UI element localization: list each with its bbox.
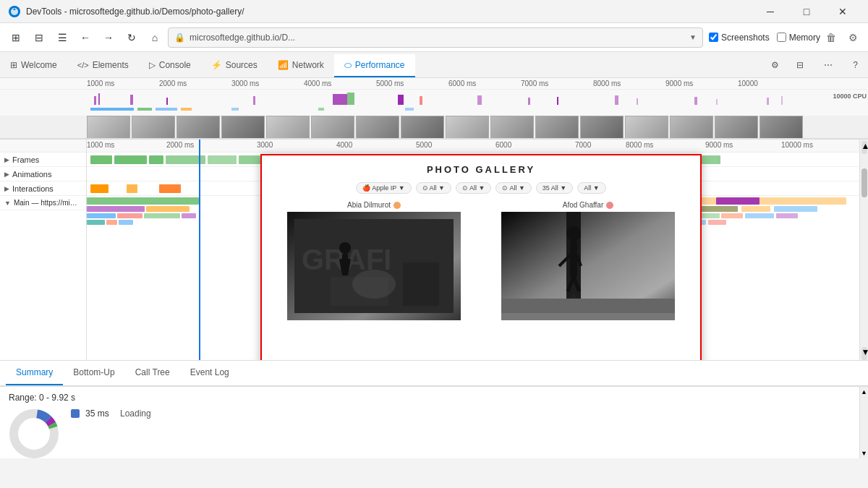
svg-rect-58 [745, 213, 774, 218]
svg-rect-2 [98, 93, 100, 105]
summary-scroll-down[interactable]: ▼ [859, 448, 868, 458]
photo-card-1: Abia Dilmurot [271, 201, 477, 320]
close-button[interactable]: ✕ [826, 0, 859, 23]
net-chart [87, 105, 854, 116]
selection-area: ▶ Frames ▶ Animations ▶ Interactions ▼ M… [0, 140, 868, 360]
animations-label[interactable]: ▶ Animations [0, 167, 86, 181]
tab-help-button[interactable]: ? [843, 54, 868, 77]
network-icon: 📶 [278, 60, 289, 70]
minimap-cpu-row: 10000 CPU [0, 90, 868, 105]
svg-rect-8 [398, 95, 404, 105]
devtools-settings-button[interactable]: ⚙ [843, 28, 862, 47]
tab-sources[interactable]: ⚡ Sources [201, 54, 268, 77]
author-dot-2 [606, 202, 613, 209]
svg-point-81 [566, 226, 581, 241]
title-bar-controls: ─ □ ✕ [754, 0, 859, 23]
tab-network[interactable]: 📶 Network [268, 54, 334, 77]
svg-rect-36 [127, 184, 137, 193]
interactions-label[interactable]: ▶ Interactions [0, 181, 86, 196]
svg-rect-53 [774, 206, 817, 212]
screenshot-thumb-6 [311, 116, 354, 138]
svg-rect-6 [333, 94, 347, 105]
back-button[interactable]: ← [75, 27, 95, 48]
filter-chip-3[interactable]: ⊙ All ▼ [456, 182, 491, 194]
svg-rect-35 [90, 184, 109, 193]
scrollbar-thumb[interactable] [861, 168, 867, 197]
photo-image-1: GRAFI [287, 212, 461, 320]
tab-welcome[interactable]: ⊞ Welcome [0, 54, 67, 77]
svg-rect-42 [117, 213, 142, 218]
photo-row: Abia Dilmurot [271, 201, 692, 320]
filter-chip-6[interactable]: All ▼ [577, 182, 605, 194]
svg-rect-24 [318, 108, 324, 111]
svg-rect-57 [721, 213, 743, 218]
photo-author-1: Abia Dilmurot [347, 201, 401, 209]
screenshot-thumb-8 [401, 116, 444, 138]
svg-rect-11 [528, 98, 530, 105]
browser-toolbar: ⊞ ⊟ ☰ ← → ↻ ⌂ 🔒 microsoftedge.github.io/… [0, 23, 868, 52]
filter-chip-1[interactable]: 🍎 Apple IP ▼ [356, 182, 411, 194]
maximize-button[interactable]: □ [790, 0, 823, 23]
home-button[interactable]: ⌂ [145, 27, 165, 48]
svg-rect-5 [253, 96, 255, 105]
memory-checkbox-label[interactable]: Memory [777, 33, 820, 43]
filter-chip-2[interactable]: ⊙ All ▼ [416, 182, 451, 194]
vertical-scrollbar[interactable]: ▲ ▼ [859, 140, 868, 360]
tab-settings-button[interactable]: ⚙ [765, 54, 785, 77]
tab-event-log[interactable]: Event Log [180, 361, 239, 385]
forward-button[interactable]: → [98, 27, 119, 48]
filter-chip-4[interactable]: ⊙ All ▼ [495, 182, 531, 194]
summary-content: 35 ms Loading [9, 408, 851, 458]
cpu-chart [87, 90, 854, 105]
svg-rect-9 [420, 96, 422, 105]
main-label[interactable]: ▼ Main — https://microsoftedge.githu [0, 196, 86, 210]
tab-bottom-up[interactable]: Bottom-Up [63, 361, 124, 385]
filter-chip-5[interactable]: 35 All ▼ [536, 182, 573, 194]
tab-call-tree[interactable]: Call Tree [125, 361, 180, 385]
svg-rect-41 [87, 213, 116, 218]
screenshots-checkbox[interactable] [709, 33, 718, 42]
svg-rect-20 [137, 108, 152, 111]
tab-elements[interactable]: </> Elements [67, 54, 139, 77]
clear-recording-button[interactable]: 🗑 [822, 28, 841, 47]
screenshot-thumb-16 [760, 116, 803, 138]
tab-console[interactable]: ▷ Console [139, 54, 201, 77]
summary-scroll-up[interactable]: ▲ [859, 387, 868, 397]
scrollbar-down-arrow[interactable]: ▼ [861, 347, 867, 360]
scrollbar-up-arrow[interactable]: ▲ [861, 141, 867, 154]
svg-rect-1 [94, 96, 96, 105]
summary-legend: 35 ms Loading [71, 408, 851, 421]
screenshot-thumb-1 [87, 116, 130, 138]
screenshot-thumb-14 [670, 116, 713, 138]
new-window-button[interactable]: ⊟ [29, 27, 49, 48]
photo-svg-1: GRAFI [287, 212, 461, 320]
screenshots-checkbox-label[interactable]: Screenshots [709, 33, 770, 43]
svg-rect-27 [114, 155, 147, 164]
frames-label[interactable]: ▶ Frames [0, 153, 86, 167]
screenshots-row [0, 116, 868, 139]
tab-summary[interactable]: Summary [6, 361, 63, 385]
summary-area: Range: 0 - 9.92 s 35 ms Loading ▲ ▼ [0, 386, 868, 458]
devtools-tab-bar: ⊞ Welcome </> Elements ▷ Console ⚡ Sourc… [0, 52, 868, 78]
svg-rect-31 [239, 155, 260, 164]
memory-checkbox[interactable] [777, 33, 786, 42]
minimap: 1000 ms 2000 ms 3000 ms 4000 ms 5000 ms … [0, 78, 868, 140]
screenshot-thumb-11 [535, 116, 579, 138]
sidebar-toggle-button[interactable]: ☰ [52, 27, 72, 48]
summary-scrollbar[interactable]: ▲ ▼ [859, 387, 868, 458]
tab-sidebar-button[interactable]: ⊟ [786, 54, 814, 77]
svg-rect-39 [87, 206, 145, 212]
minimize-button[interactable]: ─ [754, 0, 787, 23]
browser-icon [9, 6, 20, 17]
url-bar[interactable]: 🔒 microsoftedge.github.io/D... ▼ [168, 27, 703, 48]
loading-color [71, 409, 80, 418]
svg-rect-14 [637, 98, 638, 105]
legend-loading: 35 ms Loading [71, 408, 851, 419]
svg-rect-38 [87, 197, 199, 205]
tab-performance[interactable]: ⬭ Performance [334, 54, 415, 77]
svg-rect-44 [182, 213, 196, 218]
new-tab-button[interactable]: ⊞ [6, 27, 26, 48]
refresh-button[interactable]: ↻ [122, 27, 142, 48]
svg-rect-89 [501, 313, 675, 320]
tab-more-button[interactable]: ⋯ [814, 54, 843, 77]
